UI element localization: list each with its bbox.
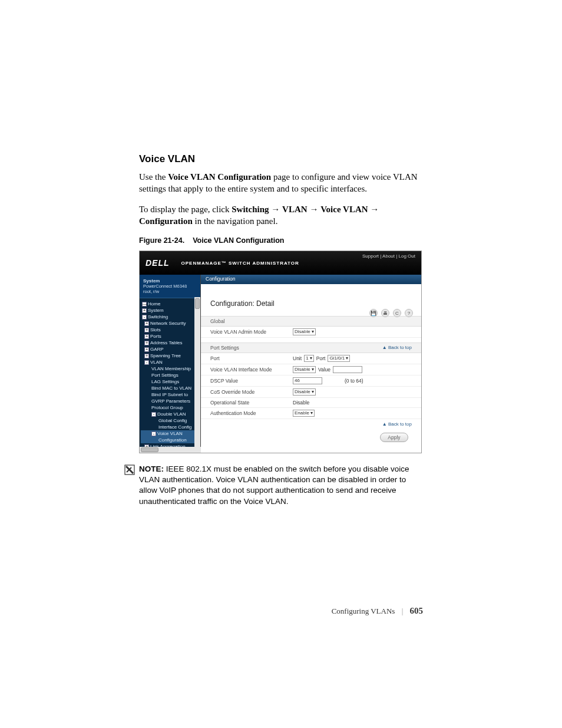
tree-item-label: Switching (148, 314, 168, 319)
input-dscp[interactable]: 46 (293, 377, 322, 384)
section-label: Global (210, 318, 225, 324)
port-section-header: Port Settings ▲ Back to top (201, 342, 421, 353)
tree-item-label: Voice VLAN (157, 431, 183, 436)
tree-expand-icon[interactable]: + (144, 354, 149, 358)
device-model: PowerConnect M6348 (143, 284, 197, 289)
tree-expand-icon[interactable]: - (151, 431, 156, 436)
tree-item-label: Spanning Tree (150, 353, 181, 358)
tree-item[interactable]: VLAN Membership (141, 365, 199, 372)
save-icon[interactable]: 💾 (369, 309, 378, 317)
tree-item-label: Bind IP Subnet to (151, 392, 188, 397)
figure-number: Figure 21-24. (139, 236, 184, 245)
label-opstate: Operational State (210, 400, 293, 406)
app-subtitle: OPENMANAGE™ SWITCH ADMINISTRATOR (181, 261, 299, 266)
label-port: Port (210, 355, 293, 361)
back-to-top-link[interactable]: ▲ Back to top (382, 421, 412, 427)
tree-item[interactable]: Global Config (141, 417, 199, 424)
sidebar-hscrollbar[interactable] (140, 447, 201, 453)
tree-expand-icon[interactable]: + (144, 341, 149, 345)
select-port[interactable]: Gi1/0/1 ▾ (328, 355, 350, 362)
tree-item[interactable]: Configuration (141, 437, 199, 443)
note-icon (124, 464, 138, 507)
tree-item[interactable]: +Ports (141, 333, 199, 340)
sidebar-vscrollbar[interactable] (194, 297, 200, 447)
text: To display the page, click (139, 205, 232, 214)
tree-expand-icon[interactable]: + (144, 334, 149, 339)
unit-label: Unit (293, 355, 302, 361)
row-dscp: DSCP Value 46 (0 to 64) (201, 375, 421, 387)
back-to-top-link[interactable]: ▲ Back to top (382, 345, 412, 351)
tab-header[interactable]: Configuration (201, 275, 421, 284)
tree-item-label: Home (148, 301, 160, 307)
tree-item-label: GARP (150, 347, 164, 352)
tree-item[interactable]: +Slots (141, 327, 199, 333)
row-cos: CoS Override Mode Disable ▾ (201, 387, 421, 398)
tree-expand-icon[interactable]: - (144, 360, 149, 365)
input-iface-value[interactable] (333, 366, 362, 373)
tree-item[interactable]: —Home (141, 301, 199, 307)
nav-step: VLAN (282, 205, 308, 214)
apply-button[interactable]: Apply (380, 433, 408, 442)
tree-item[interactable]: -Voice VLAN (141, 430, 199, 437)
tree-item[interactable]: +Address Tables (141, 340, 199, 346)
select-iface-mode[interactable]: Disable ▾ (293, 366, 316, 373)
text: Use the (139, 172, 168, 182)
page-footer: Configuring VLANs | 605 (332, 606, 423, 616)
sidebar: System PowerConnect M6348 root, r/w —Hom… (140, 275, 201, 453)
select-auth[interactable]: Enable ▾ (293, 410, 315, 417)
help-icon[interactable]: ? (405, 309, 413, 317)
tree-expand-icon[interactable]: — (142, 302, 147, 307)
tree-item[interactable]: +Spanning Tree (141, 353, 199, 359)
tree-item[interactable]: Protocol Group (141, 404, 199, 411)
arrow: → (368, 205, 379, 214)
tree-expand-icon[interactable]: - (142, 315, 147, 319)
tree-item[interactable]: Port Settings (141, 372, 199, 378)
tree-item[interactable]: +GARP (141, 346, 199, 353)
top-links[interactable]: Support | About | Log Out (362, 253, 415, 259)
tree-item[interactable]: Bind MAC to VLAN (141, 385, 199, 391)
tree-item-label: Ports (150, 334, 161, 339)
app-body: System PowerConnect M6348 root, r/w —Hom… (140, 275, 421, 453)
tree-item[interactable]: GVRP Parameters (141, 398, 199, 404)
print-icon[interactable]: 🖶 (381, 309, 389, 317)
intro-paragraph: Use the Voice VLAN Configuration page to… (139, 171, 423, 195)
tree-item[interactable]: -Double VLAN (141, 411, 199, 417)
nav-step: Voice VLAN (320, 205, 368, 214)
tree-expand-icon[interactable]: + (144, 321, 149, 326)
figure-caption: Figure 21-24.Voice VLAN Configuration (139, 236, 423, 245)
tree-expand-icon[interactable]: + (144, 328, 149, 332)
user-role: root, r/w (143, 289, 197, 294)
tree-item[interactable]: Bind IP Subnet to (141, 391, 199, 398)
tree-expand-icon[interactable]: + (144, 347, 149, 352)
label-dscp: DSCP Value (210, 378, 293, 384)
detail-header-row: Configuration: Detail (201, 284, 421, 311)
tree-item[interactable]: -Switching (141, 314, 199, 320)
nav-tree[interactable]: —Home+System-Switching+Network Security+… (140, 298, 200, 453)
tree-item[interactable]: +Network Security (141, 320, 199, 327)
tree-item-label: Port Settings (151, 373, 178, 378)
tree-item[interactable]: LAG Settings (141, 378, 199, 385)
system-block: System PowerConnect M6348 root, r/w (140, 275, 200, 298)
select-unit[interactable]: 1 ▾ (304, 355, 314, 362)
note-body: IEEE 802.1X must be enabled on the switc… (139, 465, 409, 506)
tree-item[interactable]: +System (141, 307, 199, 314)
tree-item-label: Protocol Group (151, 405, 183, 410)
arrow: → (308, 205, 321, 214)
tree-expand-icon[interactable]: - (151, 412, 156, 417)
select-admin-mode[interactable]: Disable ▾ (293, 328, 316, 335)
refresh-icon[interactable]: C (393, 309, 401, 317)
tree-item-label: Address Tables (150, 340, 183, 345)
document-page: Voice VLAN Use the Voice VLAN Configurat… (0, 0, 562, 728)
section-label: Port Settings (210, 345, 239, 351)
tree-item-label: GVRP Parameters (151, 398, 190, 404)
port-label: Port (316, 355, 326, 361)
select-cos[interactable]: Disable ▾ (293, 388, 316, 396)
tree-item[interactable]: -VLAN (141, 359, 199, 365)
tree-expand-icon[interactable]: + (142, 308, 147, 313)
app-topbar: DELL OPENMANAGE™ SWITCH ADMINISTRATOR Su… (140, 251, 421, 275)
section-heading: Voice VLAN (139, 153, 423, 165)
tree-item[interactable]: Interface Config (141, 424, 199, 430)
tree-item-label: VLAN Membership (151, 366, 191, 371)
page-number: 605 (410, 606, 424, 615)
page-name-bold: Voice VLAN Configuration (168, 172, 271, 182)
